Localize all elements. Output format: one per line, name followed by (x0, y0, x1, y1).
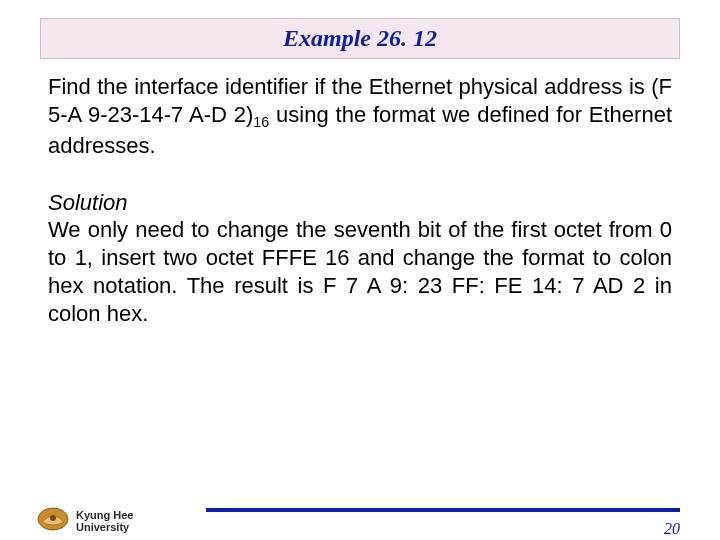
slide-title: Example 26. 12 (283, 25, 437, 51)
slide-body: Find the interface identifier if the Eth… (48, 73, 672, 329)
university-name: Kyung Hee University (76, 509, 133, 534)
footer-divider (206, 508, 680, 512)
title-bar: Example 26. 12 (40, 18, 680, 59)
problem-paragraph: Find the interface identifier if the Eth… (48, 73, 672, 160)
solution-heading: Solution (48, 190, 672, 216)
footer: Kyung Hee University 20 (36, 488, 680, 538)
slide: Example 26. 12 Find the interface identi… (0, 18, 720, 540)
solution-paragraph: We only need to change the seventh bit o… (48, 216, 672, 329)
university-line2: University (76, 521, 129, 533)
university-logo-icon (36, 506, 70, 532)
university-line1: Kyung Hee (76, 509, 133, 521)
page-number: 20 (664, 520, 680, 538)
svg-point-1 (50, 515, 56, 521)
problem-subscript: 16 (253, 115, 269, 131)
